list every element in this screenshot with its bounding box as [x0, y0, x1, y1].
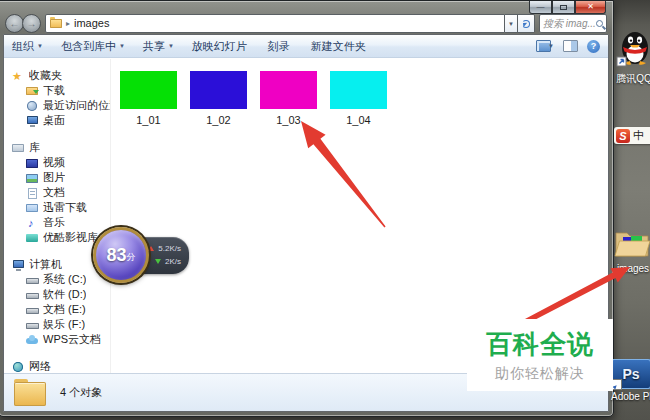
- sidebar-item-label: 文档 (E:): [43, 302, 86, 317]
- folder-icon: [14, 379, 46, 406]
- sidebar-item[interactable]: 库: [4, 140, 110, 155]
- refresh-icon: [522, 20, 530, 28]
- sidebar-item[interactable]: 娱乐 (F:): [4, 317, 110, 332]
- desktop: { "window": { "nav": { "address_crumb": …: [0, 0, 650, 420]
- toolbar-item[interactable]: 组织 ▼: [12, 39, 43, 54]
- qq-penguin-icon: [616, 28, 650, 68]
- chevron-down-icon: ▼: [548, 43, 554, 49]
- file-item[interactable]: 1_01: [120, 71, 177, 126]
- upload-speed: 5.2K/s: [158, 244, 181, 253]
- sidebar-item[interactable]: 收藏夹: [4, 68, 110, 83]
- desktop-icon-images-folder[interactable]: images: [611, 228, 650, 274]
- sidebar-item[interactable]: 视频: [4, 155, 110, 170]
- sidebar-item[interactable]: 迅雷下载: [4, 200, 110, 215]
- file-item[interactable]: 1_04: [330, 71, 387, 126]
- sidebar-item-icon: [12, 70, 25, 82]
- file-thumbnail: [120, 71, 177, 109]
- toolbar-item[interactable]: 新建文件夹: [311, 39, 369, 54]
- file-label: 1_03: [260, 114, 317, 126]
- sidebar-item-icon: [26, 289, 39, 301]
- upload-arrow-icon: [148, 246, 154, 251]
- sogou-mode-label: 中: [633, 128, 644, 143]
- desktop-icon-photoshop[interactable]: Ps Adobe Photosh: [611, 359, 650, 402]
- toolbar-right: ▼ ?: [536, 40, 600, 53]
- score-value: 83: [106, 245, 126, 266]
- breadcrumb-arrow-icon: ▸: [66, 19, 70, 28]
- sidebar-item-icon: [12, 361, 25, 373]
- file-thumbnail: [190, 71, 247, 109]
- ps-logo-text: Ps: [622, 366, 639, 382]
- toolbar-item[interactable]: 放映幻灯片: [192, 39, 250, 54]
- sidebar-item-label: 图片: [43, 170, 65, 185]
- sidebar-item[interactable]: 图片: [4, 170, 110, 185]
- forward-button[interactable]: →: [22, 14, 41, 33]
- sidebar-item-label: 优酷影视库: [43, 230, 98, 245]
- sidebar-item-icon: [12, 259, 25, 271]
- sidebar-item[interactable]: 网络: [4, 359, 110, 373]
- toolbar-item-label: 新建文件夹: [311, 39, 366, 54]
- sidebar-item-label: 娱乐 (F:): [43, 317, 85, 332]
- chevron-down-icon: ▼: [168, 43, 174, 49]
- file-item[interactable]: 1_02: [190, 71, 247, 126]
- command-toolbar: 组织 ▼ 包含到库中 ▼ 共享 ▼ 放映幻灯片: [4, 35, 608, 58]
- sidebar-item[interactable]: WPS云文档: [4, 332, 110, 347]
- maximize-button[interactable]: [552, 1, 575, 14]
- sidebar-item-icon: [26, 304, 39, 316]
- sidebar-item-label: WPS云文档: [43, 332, 101, 347]
- folder-icon: [50, 19, 62, 28]
- desktop-icon-qq[interactable]: 腾讯QQ: [612, 28, 650, 86]
- toolbar-item[interactable]: 共享 ▼: [143, 39, 174, 54]
- file-label: 1_01: [120, 114, 177, 126]
- security-score-widget[interactable]: 5.2K/s 2K/s 83 分: [93, 227, 191, 285]
- search-input[interactable]: [543, 18, 596, 29]
- toolbar-items: 组织 ▼ 包含到库中 ▼ 共享 ▼ 放映幻灯片: [12, 39, 369, 54]
- desktop-icon-label: 腾讯QQ: [612, 72, 650, 86]
- toolbar-item-label: 组织: [12, 39, 34, 54]
- maximize-icon: [560, 5, 567, 10]
- sidebar-item-icon: [12, 142, 25, 154]
- sidebar-item-icon: [26, 202, 39, 214]
- address-bar[interactable]: ▸ images: [45, 14, 505, 33]
- shortcut-arrow-icon: [612, 380, 621, 389]
- sidebar-item-label: 软件 (D:): [43, 287, 86, 302]
- toolbar-item-label: 放映幻灯片: [192, 39, 247, 54]
- score-unit: 分: [127, 251, 136, 264]
- watermark-title: 百科全说: [486, 327, 594, 362]
- navigation-pane: 收藏夹 下载 最近访问的位置 桌面: [4, 59, 111, 373]
- minimize-button[interactable]: —: [529, 1, 552, 14]
- sidebar-item-label: 收藏夹: [29, 68, 62, 83]
- toolbar-item[interactable]: 刻录: [268, 39, 293, 54]
- address-dropdown-button[interactable]: ▼: [505, 14, 518, 33]
- sidebar-item-label: 音乐: [43, 215, 65, 230]
- search-box[interactable]: [539, 14, 607, 33]
- watermark-card: 百科全说 助你轻松解决: [467, 319, 613, 391]
- help-button[interactable]: ?: [587, 40, 600, 53]
- toolbar-item[interactable]: 包含到库中 ▼: [61, 39, 125, 54]
- sidebar-item[interactable]: 下载: [4, 83, 110, 98]
- file-item[interactable]: 1_03: [260, 71, 317, 126]
- breadcrumb[interactable]: images: [74, 17, 109, 29]
- file-label: 1_02: [190, 114, 247, 126]
- chevron-down-icon: ▼: [119, 43, 125, 49]
- desktop-icon-label: images: [611, 263, 650, 274]
- desktop-icon-label: Adobe Photosh: [611, 391, 650, 402]
- sidebar-item[interactable]: 文档: [4, 185, 110, 200]
- refresh-button[interactable]: [518, 14, 535, 33]
- change-view-button[interactable]: ▼: [536, 40, 554, 52]
- sogou-input-bar[interactable]: S 中: [614, 127, 650, 144]
- toolbar-item-label: 刻录: [268, 39, 290, 54]
- score-ball[interactable]: 83 分: [93, 227, 149, 283]
- sidebar-item-label: 视频: [43, 155, 65, 170]
- navigation-bar: ← → ▸ images ▼: [5, 13, 607, 33]
- close-button[interactable]: ✕: [575, 1, 606, 14]
- sidebar-item[interactable]: 最近访问的位置: [4, 98, 110, 113]
- sidebar-item[interactable]: 软件 (D:): [4, 287, 110, 302]
- sidebar-item-icon: [26, 172, 39, 184]
- sidebar-item-icon: [26, 232, 39, 244]
- sidebar-item-label: 迅雷下载: [43, 200, 87, 215]
- sidebar-item-icon: [26, 100, 39, 112]
- sidebar-item-icon: [26, 319, 39, 331]
- preview-pane-button[interactable]: [563, 40, 578, 52]
- sidebar-item[interactable]: 桌面: [4, 113, 110, 128]
- sidebar-item[interactable]: 文档 (E:): [4, 302, 110, 317]
